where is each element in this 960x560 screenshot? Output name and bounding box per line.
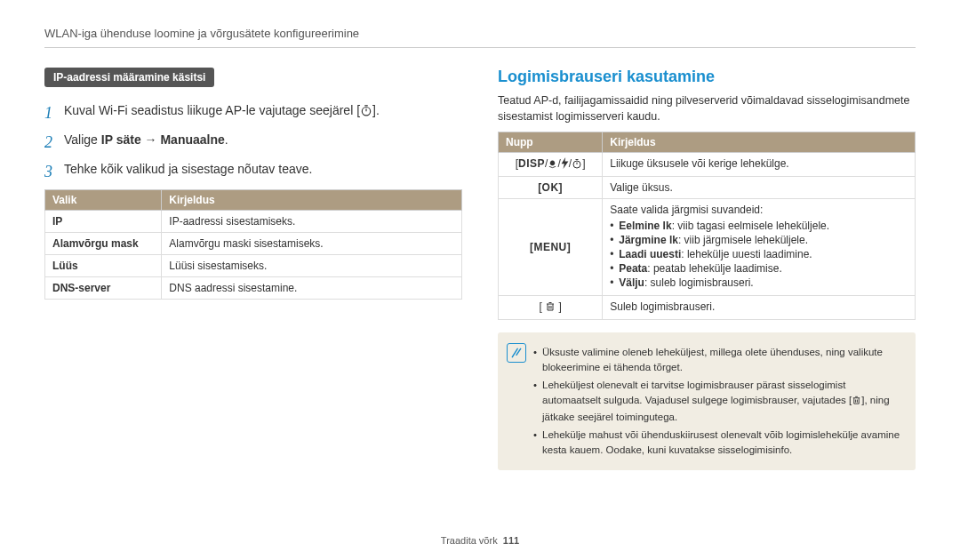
table-row: [MENU] Saate valida järgmisi suvandeid: … [499, 199, 916, 296]
table-row: [OK] Valige üksus. [499, 177, 916, 199]
th-kirjeldus: Kirjeldus [162, 190, 462, 211]
table-row: [ ] Suleb logimisbrauseri. [499, 296, 916, 320]
row2-desc: Valige üksus. [603, 177, 916, 199]
flash-icon [561, 157, 569, 172]
step1-text-pre: Kuval Wi-Fi seadistus liikuge AP-le vaju… [64, 103, 360, 117]
browser-intro: Teatud AP-d, failijagamissaidid ning pil… [498, 93, 916, 124]
menu-option: Eelmine lk: viib tagasi eelmisele lehekü… [610, 220, 908, 232]
step-3: 3 Tehke kõik valikud ja sisestage nõutav… [44, 160, 462, 184]
section-title-browser: Logimisbrauseri kasutamine [498, 68, 916, 86]
right-column: Logimisbrauseri kasutamine Teatud AP-d, … [498, 68, 916, 470]
step2-mid: → [141, 132, 161, 147]
trash-icon [545, 300, 556, 315]
step-number: 2 [44, 131, 57, 155]
note-item: Lehekülje mahust või ühenduskiirusest ol… [533, 428, 905, 457]
page-footer: Traadita võrk 111 [0, 535, 960, 546]
section-pill-ip: IP-aadressi määramine käsitsi [44, 68, 214, 87]
macro-icon [548, 159, 557, 172]
menu-option: Välju: suleb logimisbrauseri. [610, 276, 908, 289]
row4-desc: Suleb logimisbrauseri. [603, 296, 916, 320]
step-number: 3 [44, 160, 57, 184]
btn-delete-cell: [ ] [499, 296, 603, 320]
row1-desc: Liikuge üksusele või kerige lehekülge. [603, 153, 916, 177]
note-item: Üksuste valimine oleneb leheküljest, mil… [533, 345, 905, 374]
btn-disp-cell: [DISP///] [499, 153, 603, 177]
step3-text: Tehke kõik valikud ja sisestage nõutav t… [64, 160, 462, 184]
timer-icon [572, 158, 582, 172]
menu-option: Peata: peatab lehekülje laadimise. [610, 262, 908, 275]
menu-option: Järgmine lk: viib järgmisele leheküljele… [610, 234, 908, 246]
browser-buttons-table: Nupp Kirjeldus [DISP///] Liikuge üksusel… [498, 132, 916, 320]
btn-ok-cell: [OK] [499, 177, 603, 199]
left-column: IP-aadressi määramine käsitsi 1 Kuval Wi… [44, 68, 462, 470]
table-row: [DISP///] Liikuge üksusele või kerige le… [499, 153, 916, 177]
step-1: 1 Kuval Wi-Fi seadistus liikuge AP-le va… [44, 101, 462, 125]
th-valik: Valik [45, 190, 162, 211]
row3-desc: Saate valida järgmisi suvandeid: Eelmine… [603, 199, 916, 296]
th-kirjeldus: Kirjeldus [603, 132, 916, 153]
step-number: 1 [44, 101, 57, 125]
table-row: IPIP-aadressi sisestamiseks. [45, 211, 462, 233]
note-icon [507, 343, 526, 363]
step2-bold2: Manuaalne [160, 132, 224, 147]
footer-section: Traadita võrk [441, 535, 498, 546]
table-row: Alamvõrgu maskAlamvõrgu maski sisestamis… [45, 233, 462, 255]
btn-menu-cell: [MENU] [499, 199, 603, 296]
trash-icon [852, 395, 861, 410]
note-item: Leheküljest olenevalt ei tarvitse logimi… [533, 378, 905, 424]
step2-post: . [225, 132, 228, 147]
step2-pre: Valige [64, 132, 101, 147]
footer-page-number: 111 [503, 535, 519, 546]
menu-option: Laadi uuesti: lehekülje uuesti laadimine… [610, 248, 908, 260]
timer-icon [360, 103, 372, 122]
ip-options-table: Valik Kirjeldus IPIP-aadressi sisestamis… [44, 189, 462, 300]
step-2: 2 Valige IP säte → Manuaalne. [44, 131, 462, 155]
step1-text-post: ]. [372, 103, 380, 117]
th-nupp: Nupp [499, 132, 603, 153]
table-row: LüüsLüüsi sisestamiseks. [45, 255, 462, 277]
table-row: DNS-serverDNS aadressi sisestamine. [45, 277, 462, 300]
page-header: WLAN-iga ühenduse loomine ja võrgusätete… [44, 27, 916, 48]
note-box: Üksuste valimine oleneb leheküljest, mil… [498, 332, 916, 470]
step2-bold1: IP säte [101, 132, 141, 147]
